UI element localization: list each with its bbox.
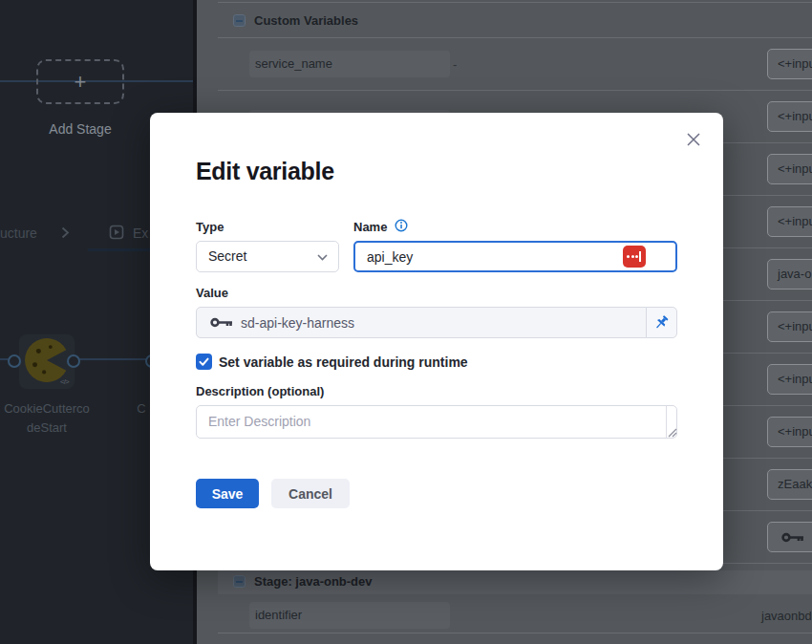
row-divider [218, 37, 812, 38]
step-label-line1: CookieCutterco [1, 401, 93, 416]
row-divider [218, 2, 812, 3]
type-select[interactable]: Secret [196, 241, 339, 272]
custom-variables-title: Custom Variables [254, 13, 358, 28]
variable-value-input[interactable]: <+inpu [767, 311, 812, 342]
identifier-value: javaonbde [761, 609, 812, 623]
key-icon [210, 316, 233, 329]
cookie-step-icon [25, 338, 69, 382]
tab-execution-partial[interactable]: Ex [133, 225, 148, 241]
description-textarea[interactable] [196, 405, 677, 439]
plus-icon: + [75, 70, 87, 95]
type-selected-value: Secret [208, 248, 246, 264]
required-dash: - [453, 57, 457, 72]
add-stage-label: Add Stage [13, 121, 147, 137]
variable-value-input[interactable]: zEaak [767, 469, 812, 500]
description-label: Description (optional) [196, 384, 324, 398]
save-button-label: Save [212, 486, 244, 502]
identifier-name-cell: identifier [249, 602, 450, 629]
save-button[interactable]: Save [196, 479, 259, 508]
variable-value-input[interactable]: <+inpu [767, 154, 812, 184]
pin-secret-button[interactable] [646, 307, 677, 338]
execution-tab-icon [109, 225, 124, 240]
info-icon[interactable] [395, 219, 408, 232]
variable-value-input[interactable]: <+inpu [767, 49, 812, 79]
edit-variable-dialog: Edit variable Type Name Secret Value sd-… [150, 113, 723, 570]
row-divider [218, 633, 812, 633]
close-icon[interactable] [686, 132, 701, 147]
collapse-section-icon[interactable] [233, 14, 246, 27]
secret-value-field[interactable]: sd-api-key-harness [196, 307, 647, 338]
secret-value-input[interactable] [767, 522, 812, 552]
stage-section-title: Stage: java-onb-dev [254, 574, 373, 589]
checkmark-icon [198, 355, 210, 368]
row-divider [218, 90, 812, 91]
required-checkbox-label: Set variable as required during runtime [219, 354, 468, 370]
connector-dot [8, 354, 21, 368]
pushpin-icon [654, 315, 670, 331]
variable-value-input[interactable]: <+inpu [767, 417, 812, 447]
variable-value-input[interactable]: <+inpu [767, 206, 812, 237]
textarea-scrollbar-track [666, 406, 667, 438]
resize-grip-icon[interactable] [668, 428, 677, 438]
variable-value-input[interactable]: java-o [767, 259, 812, 290]
chevron-right-icon [61, 226, 70, 239]
type-label: Type [196, 220, 224, 234]
tab-infrastructure-partial[interactable]: ucture [0, 225, 37, 241]
variable-value-input[interactable]: <+inpu [767, 101, 812, 132]
variable-name-cell: service_name [249, 51, 450, 77]
step-label-line2: deStart [1, 420, 93, 435]
connector-dot [67, 354, 80, 368]
secret-reference-text: sd-api-key-harness [241, 315, 354, 331]
key-icon [781, 531, 804, 544]
add-stage-button[interactable]: + [36, 59, 124, 104]
name-label: Name [353, 220, 387, 234]
value-label: Value [196, 286, 228, 300]
cancel-button[interactable]: Cancel [271, 479, 350, 508]
cancel-button-label: Cancel [288, 486, 332, 502]
variable-value-input[interactable]: <+inpu [767, 364, 812, 395]
dialog-title: Edit variable [196, 158, 334, 185]
code-badge: </> [60, 377, 69, 386]
chevron-down-icon [317, 254, 328, 261]
required-checkbox[interactable] [196, 354, 212, 370]
collapse-section-icon[interactable] [233, 575, 246, 588]
fixed-value-type-icon[interactable] [623, 246, 646, 268]
